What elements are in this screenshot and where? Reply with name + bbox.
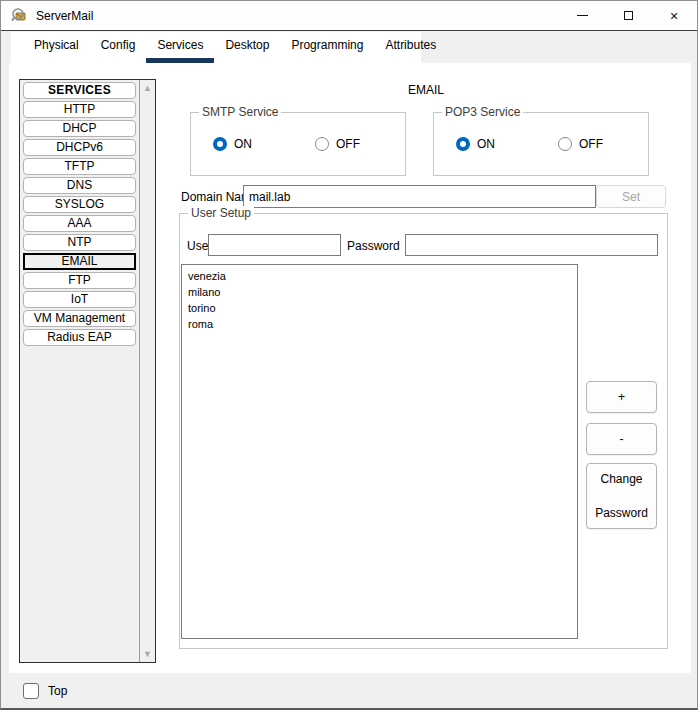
pop3-radio-row: ON OFF (434, 113, 648, 175)
pop3-on-radio[interactable] (456, 137, 470, 151)
change-password-button[interactable]: Change Password (586, 463, 657, 529)
pop3-service-group: POP3 Service ON OFF (433, 112, 649, 176)
pop3-on-option[interactable]: ON (456, 137, 544, 151)
sidebar-header-services: SERVICES (23, 82, 136, 99)
user-list-item[interactable]: torino (182, 300, 577, 316)
server-config-window: ServerMail × PhysicalConfigServicesDeskt… (0, 0, 698, 710)
domain-name-input[interactable] (243, 185, 596, 208)
tab-strip: PhysicalConfigServicesDesktopProgramming… (1, 32, 697, 63)
scroll-down-icon[interactable]: ▼ (140, 649, 155, 659)
services-sidebar: SERVICES HTTPDHCPDHCPv6TFTPDNSSYSLOGAAAN… (19, 79, 156, 663)
smtp-on-option[interactable]: ON (213, 137, 301, 151)
remove-user-button[interactable]: - (586, 423, 657, 455)
sidebar-item[interactable]: NTP (23, 234, 136, 251)
smtp-off-label: OFF (336, 137, 360, 151)
tab[interactable]: Physical (23, 32, 90, 63)
sidebar-scrollbar[interactable]: ▲ ▼ (139, 80, 155, 662)
set-button[interactable]: Set (596, 185, 666, 208)
minimize-icon (577, 15, 588, 16)
user-list-item[interactable]: roma (182, 316, 577, 332)
pop3-off-label: OFF (579, 137, 603, 151)
sidebar-item[interactable]: EMAIL (23, 253, 136, 270)
smtp-radio-row: ON OFF (191, 113, 405, 175)
packet-tracer-app-icon (11, 7, 28, 24)
scroll-up-icon[interactable]: ▲ (140, 83, 155, 93)
sidebar-item[interactable]: DHCPv6 (23, 139, 136, 156)
services-list: SERVICES HTTPDHCPDHCPv6TFTPDNSSYSLOGAAAN… (20, 80, 139, 662)
tab[interactable]: Desktop (214, 32, 280, 63)
title-bar: ServerMail × (1, 1, 697, 31)
pop3-off-option[interactable]: OFF (558, 137, 646, 151)
tab[interactable]: Config (90, 32, 147, 63)
password-label: Password (347, 239, 400, 253)
minimize-button[interactable] (559, 1, 605, 30)
top-checkbox[interactable] (23, 683, 39, 699)
maximize-icon (624, 11, 633, 20)
maximize-button[interactable] (605, 1, 651, 30)
footer-bar: Top (1, 673, 697, 709)
smtp-on-label: ON (234, 137, 252, 151)
user-setup-label: User Setup (188, 206, 254, 220)
tab[interactable]: Programming (280, 32, 374, 63)
user-list-item[interactable]: milano (182, 284, 577, 300)
password-input[interactable] (405, 234, 658, 256)
smtp-on-radio[interactable] (213, 137, 227, 151)
sidebar-item[interactable]: FTP (23, 272, 136, 289)
close-button[interactable]: × (651, 1, 697, 30)
services-pane: SERVICES HTTPDHCPDHCPv6TFTPDNSSYSLOGAAAN… (9, 63, 691, 673)
caption-buttons: × (559, 1, 697, 30)
close-icon: × (670, 9, 678, 23)
sidebar-item[interactable]: HTTP (23, 101, 136, 118)
smtp-service-group: SMTP Service ON OFF (190, 112, 406, 176)
tab[interactable]: Attributes (374, 32, 447, 63)
smtp-off-radio[interactable] (315, 137, 329, 151)
sidebar-item[interactable]: VM Management (23, 310, 136, 327)
sidebar-item[interactable]: SYSLOG (23, 196, 136, 213)
pop3-off-radio[interactable] (558, 137, 572, 151)
change-password-line2: Password (595, 506, 648, 520)
window-title: ServerMail (36, 9, 93, 23)
add-user-button[interactable]: + (586, 381, 657, 413)
user-list-item[interactable]: venezia (182, 268, 577, 284)
sidebar-item[interactable]: DNS (23, 177, 136, 194)
sidebar-item[interactable]: Radius EAP (23, 329, 136, 346)
tab[interactable]: Services (146, 32, 214, 63)
top-checkbox-label: Top (48, 684, 67, 698)
sidebar-item[interactable]: TFTP (23, 158, 136, 175)
user-list[interactable]: veneziamilanotorinoroma (181, 264, 578, 639)
change-password-line1: Change (600, 472, 642, 486)
user-input[interactable] (208, 234, 341, 256)
pop3-on-label: ON (477, 137, 495, 151)
tab-bar: PhysicalConfigServicesDesktopProgramming… (11, 32, 421, 63)
sidebar-item[interactable]: IoT (23, 291, 136, 308)
smtp-off-option[interactable]: OFF (315, 137, 403, 151)
page-title: EMAIL (161, 83, 691, 97)
sidebar-item[interactable]: AAA (23, 215, 136, 232)
sidebar-item[interactable]: DHCP (23, 120, 136, 137)
